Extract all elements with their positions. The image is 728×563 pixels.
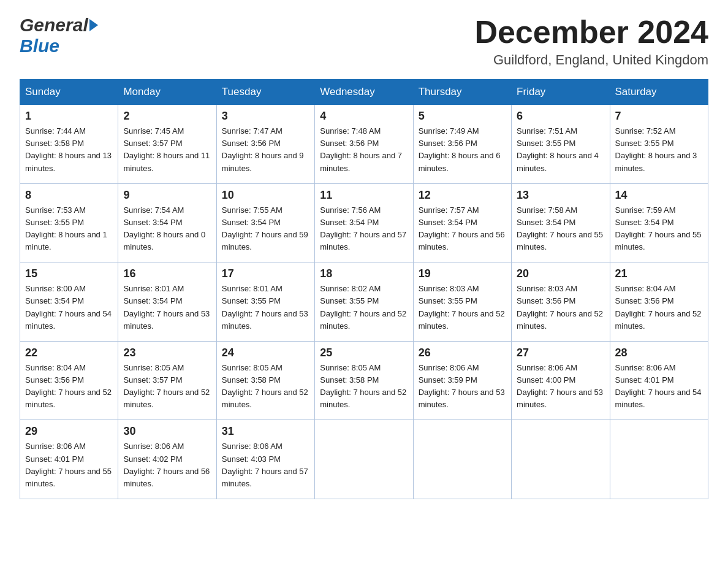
day-number: 15 [25, 267, 113, 280]
calendar-cell: 31Sunrise: 8:06 AMSunset: 4:03 PMDayligh… [216, 420, 314, 499]
calendar-week-row: 15Sunrise: 8:00 AMSunset: 3:54 PMDayligh… [20, 262, 708, 342]
day-info: Sunrise: 7:56 AMSunset: 3:54 PMDaylight:… [320, 205, 406, 251]
logo-arrow-icon [89, 19, 98, 31]
calendar-cell: 18Sunrise: 8:02 AMSunset: 3:55 PMDayligh… [315, 262, 413, 342]
calendar-cell: 14Sunrise: 7:59 AMSunset: 3:54 PMDayligh… [610, 183, 708, 262]
day-number: 29 [25, 425, 113, 438]
calendar-cell: 23Sunrise: 8:05 AMSunset: 3:57 PMDayligh… [118, 341, 216, 420]
day-info: Sunrise: 7:59 AMSunset: 3:54 PMDaylight:… [615, 205, 702, 251]
weekday-header-friday: Friday [512, 80, 610, 105]
title-area: December 2024 Guildford, England, United… [474, 15, 708, 68]
calendar-cell: 16Sunrise: 8:01 AMSunset: 3:54 PMDayligh… [118, 262, 216, 342]
day-info: Sunrise: 8:06 AMSunset: 4:01 PMDaylight:… [25, 442, 112, 488]
day-info: Sunrise: 8:02 AMSunset: 3:55 PMDaylight:… [320, 284, 406, 330]
day-info: Sunrise: 8:05 AMSunset: 3:58 PMDaylight:… [222, 363, 308, 409]
calendar-cell [610, 420, 708, 499]
calendar-week-row: 22Sunrise: 8:04 AMSunset: 3:56 PMDayligh… [20, 341, 708, 420]
day-number: 4 [320, 110, 408, 123]
weekday-header-row: SundayMondayTuesdayWednesdayThursdayFrid… [20, 80, 708, 105]
calendar-week-row: 1Sunrise: 7:44 AMSunset: 3:58 PMDaylight… [20, 105, 708, 184]
day-number: 9 [123, 189, 211, 202]
weekday-header-wednesday: Wednesday [315, 80, 413, 105]
calendar-cell: 28Sunrise: 8:06 AMSunset: 4:01 PMDayligh… [610, 341, 708, 420]
day-number: 24 [222, 347, 309, 359]
day-number: 20 [517, 267, 604, 280]
day-number: 6 [517, 110, 604, 123]
weekday-header-tuesday: Tuesday [216, 80, 314, 105]
day-info: Sunrise: 7:55 AMSunset: 3:54 PMDaylight:… [222, 205, 308, 251]
day-number: 23 [123, 347, 211, 359]
day-info: Sunrise: 8:06 AMSunset: 4:02 PMDaylight:… [123, 442, 210, 488]
calendar-cell: 6Sunrise: 7:51 AMSunset: 3:55 PMDaylight… [512, 105, 610, 184]
day-number: 30 [123, 425, 211, 438]
day-number: 3 [222, 110, 309, 123]
day-info: Sunrise: 8:05 AMSunset: 3:58 PMDaylight:… [320, 363, 406, 409]
day-number: 14 [615, 189, 703, 202]
day-info: Sunrise: 8:06 AMSunset: 4:03 PMDaylight:… [222, 442, 308, 488]
location-title: Guildford, England, United Kingdom [474, 52, 708, 68]
calendar-cell [315, 420, 413, 499]
calendar-cell: 26Sunrise: 8:06 AMSunset: 3:59 PMDayligh… [413, 341, 511, 420]
calendar-cell: 17Sunrise: 8:01 AMSunset: 3:55 PMDayligh… [216, 262, 314, 342]
calendar-cell [512, 420, 610, 499]
day-info: Sunrise: 7:58 AMSunset: 3:54 PMDaylight:… [517, 205, 603, 251]
calendar-week-row: 29Sunrise: 8:06 AMSunset: 4:01 PMDayligh… [20, 420, 708, 499]
day-number: 2 [123, 110, 211, 123]
day-info: Sunrise: 8:04 AMSunset: 3:56 PMDaylight:… [25, 363, 112, 409]
calendar-cell: 20Sunrise: 8:03 AMSunset: 3:56 PMDayligh… [512, 262, 610, 342]
day-number: 25 [320, 347, 408, 359]
calendar-cell: 27Sunrise: 8:06 AMSunset: 4:00 PMDayligh… [512, 341, 610, 420]
day-info: Sunrise: 8:06 AMSunset: 3:59 PMDaylight:… [419, 363, 505, 409]
day-number: 5 [419, 110, 506, 123]
day-info: Sunrise: 7:47 AMSunset: 3:56 PMDaylight:… [222, 126, 304, 172]
day-number: 22 [25, 347, 113, 359]
calendar-cell: 22Sunrise: 8:04 AMSunset: 3:56 PMDayligh… [20, 341, 118, 420]
month-title: December 2024 [474, 15, 708, 50]
day-info: Sunrise: 7:48 AMSunset: 3:56 PMDaylight:… [320, 126, 402, 172]
day-number: 11 [320, 189, 408, 202]
day-info: Sunrise: 7:54 AMSunset: 3:54 PMDaylight:… [123, 205, 205, 251]
day-number: 17 [222, 267, 309, 280]
day-info: Sunrise: 8:00 AMSunset: 3:54 PMDaylight:… [25, 284, 112, 330]
day-number: 1 [25, 110, 113, 123]
day-info: Sunrise: 8:06 AMSunset: 4:00 PMDaylight:… [517, 363, 603, 409]
calendar-cell: 21Sunrise: 8:04 AMSunset: 3:56 PMDayligh… [610, 262, 708, 342]
day-info: Sunrise: 7:52 AMSunset: 3:55 PMDaylight:… [615, 126, 697, 172]
calendar-cell: 9Sunrise: 7:54 AMSunset: 3:54 PMDaylight… [118, 183, 216, 262]
calendar-cell: 12Sunrise: 7:57 AMSunset: 3:54 PMDayligh… [413, 183, 511, 262]
calendar-cell: 2Sunrise: 7:45 AMSunset: 3:57 PMDaylight… [118, 105, 216, 184]
day-number: 18 [320, 267, 408, 280]
day-number: 31 [222, 425, 309, 438]
day-info: Sunrise: 7:57 AMSunset: 3:54 PMDaylight:… [419, 205, 505, 251]
day-info: Sunrise: 8:01 AMSunset: 3:54 PMDaylight:… [123, 284, 210, 330]
day-info: Sunrise: 7:51 AMSunset: 3:55 PMDaylight:… [517, 126, 599, 172]
day-info: Sunrise: 8:03 AMSunset: 3:56 PMDaylight:… [517, 284, 603, 330]
day-number: 26 [419, 347, 506, 359]
calendar-cell: 3Sunrise: 7:47 AMSunset: 3:56 PMDaylight… [216, 105, 314, 184]
day-info: Sunrise: 7:45 AMSunset: 3:57 PMDaylight:… [123, 126, 210, 172]
day-info: Sunrise: 7:49 AMSunset: 3:56 PMDaylight:… [419, 126, 501, 172]
day-number: 7 [615, 110, 703, 123]
logo: General Blue [20, 15, 98, 56]
calendar-cell: 24Sunrise: 8:05 AMSunset: 3:58 PMDayligh… [216, 341, 314, 420]
calendar-cell: 4Sunrise: 7:48 AMSunset: 3:56 PMDaylight… [315, 105, 413, 184]
page-header: General Blue December 2024 Guildford, En… [20, 15, 708, 68]
day-number: 12 [419, 189, 506, 202]
day-number: 19 [419, 267, 506, 280]
day-info: Sunrise: 8:01 AMSunset: 3:55 PMDaylight:… [222, 284, 308, 330]
calendar-cell: 11Sunrise: 7:56 AMSunset: 3:54 PMDayligh… [315, 183, 413, 262]
day-number: 13 [517, 189, 604, 202]
calendar-cell: 19Sunrise: 8:03 AMSunset: 3:55 PMDayligh… [413, 262, 511, 342]
calendar-cell: 25Sunrise: 8:05 AMSunset: 3:58 PMDayligh… [315, 341, 413, 420]
calendar-cell: 30Sunrise: 8:06 AMSunset: 4:02 PMDayligh… [118, 420, 216, 499]
calendar-week-row: 8Sunrise: 7:53 AMSunset: 3:55 PMDaylight… [20, 183, 708, 262]
weekday-header-saturday: Saturday [610, 80, 708, 105]
day-number: 27 [517, 347, 604, 359]
day-info: Sunrise: 8:03 AMSunset: 3:55 PMDaylight:… [419, 284, 505, 330]
day-info: Sunrise: 8:06 AMSunset: 4:01 PMDaylight:… [615, 363, 702, 409]
calendar-cell: 8Sunrise: 7:53 AMSunset: 3:55 PMDaylight… [20, 183, 118, 262]
logo-blue-text: Blue [20, 36, 59, 56]
calendar-cell: 29Sunrise: 8:06 AMSunset: 4:01 PMDayligh… [20, 420, 118, 499]
day-info: Sunrise: 7:53 AMSunset: 3:55 PMDaylight:… [25, 205, 107, 251]
day-info: Sunrise: 8:04 AMSunset: 3:56 PMDaylight:… [615, 284, 702, 330]
